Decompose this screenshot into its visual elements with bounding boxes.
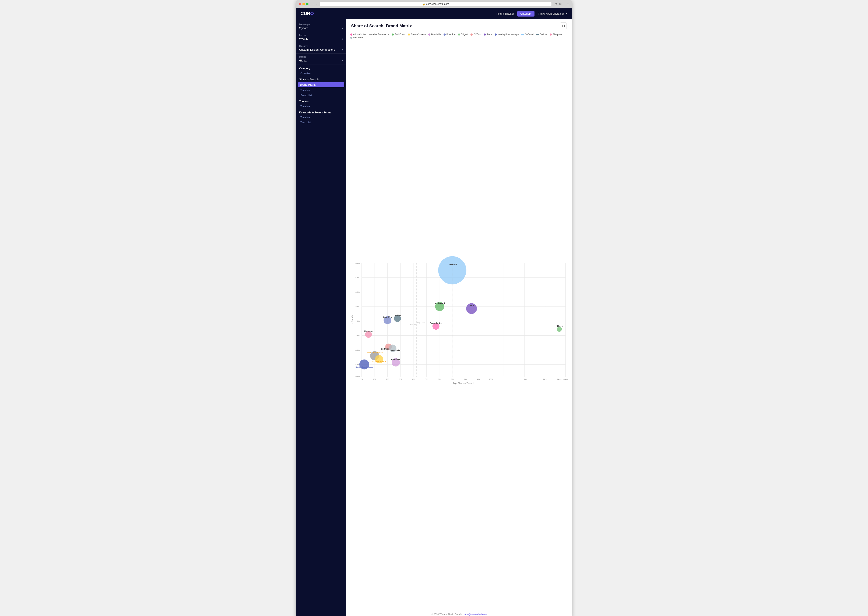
content-area: Share of Search: Brand Matrix ⊟ AdminCon… [346,19,572,616]
svg-text:10%: 10% [489,378,493,380]
legend-sherpany: Sherpany [550,33,562,36]
label-ibabs: iBabs [469,304,474,306]
share-of-search-section-title: Share of Search [296,76,346,82]
legend-venminder: Venminder [350,36,363,39]
date-range-value[interactable]: 2 years ▾ [299,26,343,30]
browser-traffic-lights [299,3,308,5]
boardpro-legend-label: BoardPro [447,33,455,36]
label-venminder: Venminder [391,349,401,352]
svg-text:6%: 6% [438,378,441,380]
interval-label: Interval [299,34,343,36]
legend-onboard: OnBoard [521,33,533,36]
sidebar-item-brand-list[interactable]: Brand List [296,93,346,98]
interval-text: Weekly [299,37,308,41]
svg-text:Avg. 2%: Avg. 2% [410,323,417,325]
svg-text:0%: 0% [357,320,360,322]
bubble-diligent[interactable] [557,327,561,332]
svg-text:Avg. -24%: Avg. -24% [417,322,425,324]
top-nav: CURO Insight Tracker Category frank@wear… [296,8,572,19]
sidebar-icon[interactable]: ⊡ [567,2,569,6]
svg-text:Avg. Share of Search: Avg. Share of Search [453,382,474,385]
chart-legend: AdminControl Atlas Governance AuditBoard [350,33,568,39]
logo-highlight: O [310,11,314,16]
sidebar-item-overview[interactable]: Overview [296,71,346,76]
svg-text:80%: 80% [355,262,360,264]
add-tab-icon[interactable]: + [563,2,565,6]
nasdaq-legend-dot [495,33,497,36]
tab-icon[interactable]: ⊞ [559,2,561,6]
url-text: curo.wearerival.com [426,3,449,6]
boardable-legend-label: Boardable [431,33,441,36]
svg-text:3%: 3% [399,378,402,380]
category-filter-text: Custom: Diligent Competitors [299,48,335,51]
footer-email-link[interactable]: curo@wearerival.com [464,613,487,616]
azeus-legend-dot [408,33,410,36]
sidebar-item-term-list[interactable]: Term List [296,120,346,125]
legend-auditboard: AuditBoard [392,33,405,36]
address-bar[interactable]: 🔒 curo.wearerival.com [320,2,551,6]
minimize-button[interactable] [302,3,305,5]
svg-text:9%: 9% [476,378,480,380]
sherpany-legend-dot [550,33,552,36]
back-button[interactable]: ‹ [312,2,314,6]
legend-dilitrust: DiliTrust [470,33,481,36]
sidebar-item-themes-timeline[interactable]: Timeline [296,104,346,109]
dilitrust-legend-dot [470,33,473,36]
auditboard-legend-label: AuditBoard [395,33,405,36]
svg-text:-20%: -20% [355,334,360,336]
svg-text:20%: 20% [543,378,547,380]
sidebar-item-keywords-timeline[interactable]: Timeline [296,115,346,120]
sherpany-legend-label: Sherpany [553,33,562,36]
app-window: CURO Insight Tracker Category frank@wear… [296,8,572,616]
label-nasdaq: Nasdaq Boardvantage [355,366,373,368]
category-button[interactable]: Category [517,11,535,17]
label-boardpro: BoardPro [383,316,392,318]
themes-section-title: Themes [296,98,346,104]
svg-text:60%: 60% [563,378,568,380]
maximize-button[interactable] [306,3,308,5]
content-header: Share of Search: Brand Matrix ⊟ [346,19,572,31]
ibabs-legend-dot [484,33,486,36]
svg-text:-40%: -40% [355,349,360,351]
legend-diligent: Diligent [458,33,468,36]
svg-text:7%: 7% [451,378,454,380]
boardable-legend-dot [428,33,430,36]
browser-toolbar: ‹ › 🔒 curo.wearerival.com ⬆ ⊞ + ⊡ [296,0,572,8]
svg-text:-80%: -80% [355,375,360,377]
label-sherpany: Sherpany [364,330,373,332]
date-range-chevron: ▾ [342,27,343,29]
sidebar-item-timeline[interactable]: Timeline [296,88,346,93]
label-diligent: Diligent [556,325,563,327]
oodrive-legend-rect [536,34,539,35]
date-range-filter: Date range 2 years ▾ [296,22,346,32]
admincontrol-legend-dot [350,33,352,36]
logo-text: CUR [300,11,310,16]
svg-text:60%: 60% [355,277,360,279]
chart-container: AdminControl Atlas Governance AuditBoard [346,31,572,611]
close-button[interactable] [299,3,301,5]
legend-boardpro: BoardPro [443,33,455,36]
forward-button[interactable]: › [316,2,318,6]
insight-tracker-link[interactable]: Insight Tracker [496,12,514,15]
market-value[interactable]: Global ▾ [299,58,343,63]
browser-nav: ‹ › [312,2,318,6]
diligent-legend-dot [458,33,460,36]
category-filter-value[interactable]: Custom: Diligent Competitors ▾ [299,48,343,52]
market-filter: Market Global ▾ [296,54,346,64]
user-menu[interactable]: frank@wearerival.com ▾ [538,12,568,15]
legend-boardable: Boardable [428,33,441,36]
svg-text:5%: 5% [425,378,428,380]
interval-value[interactable]: Weekly ▾ [299,37,343,41]
share-icon[interactable]: ⬆ [555,2,557,6]
browser-actions: ⬆ ⊞ + ⊡ [555,2,569,6]
bubble-onboard[interactable] [438,256,467,284]
sidebar-item-brand-matrix[interactable]: Brand Matrix [298,82,344,87]
nav-links: Insight Tracker Category frank@weareriva… [496,11,568,17]
atlas-legend-label: Atlas Governance [373,33,390,36]
diligent-legend-label: Diligent [461,33,468,36]
boardpro-legend-dot [443,33,446,36]
legend-oodrive: Oodrive [536,33,547,36]
category-filter: Category Custom: Diligent Competitors ▾ [296,43,346,53]
filter-button[interactable]: ⊟ [560,22,567,29]
svg-text:20%: 20% [355,305,360,308]
